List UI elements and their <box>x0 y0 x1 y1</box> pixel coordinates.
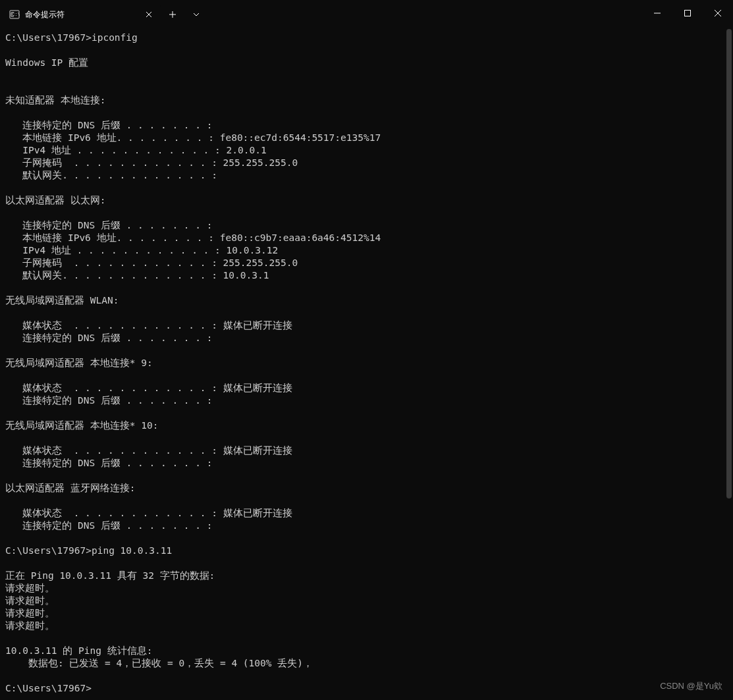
close-button[interactable] <box>703 0 733 26</box>
terminal-container: C:\Users\17967>ipconfig Windows IP 配置 未知… <box>0 26 733 700</box>
window-controls <box>642 0 733 26</box>
tab-actions <box>161 3 208 26</box>
watermark: CSDN @是Yu欸 <box>660 680 722 692</box>
terminal-output[interactable]: C:\Users\17967>ipconfig Windows IP 配置 未知… <box>0 26 733 700</box>
cmd-icon: C:\ <box>9 9 20 20</box>
svg-text:C:\: C:\ <box>12 12 20 17</box>
tab-close-button[interactable] <box>144 9 154 20</box>
tab-title: 命令提示符 <box>25 9 138 20</box>
titlebar-spacer <box>208 0 642 26</box>
new-tab-button[interactable] <box>161 3 184 26</box>
tab-cmd[interactable]: C:\ 命令提示符 <box>3 3 161 26</box>
maximize-button[interactable] <box>672 0 703 26</box>
svg-rect-2 <box>685 11 691 16</box>
titlebar: C:\ 命令提示符 <box>0 0 733 26</box>
scrollbar[interactable] <box>725 29 733 700</box>
scrollbar-thumb[interactable] <box>726 29 732 498</box>
tab-dropdown-button[interactable] <box>184 3 208 26</box>
minimize-button[interactable] <box>642 0 672 26</box>
